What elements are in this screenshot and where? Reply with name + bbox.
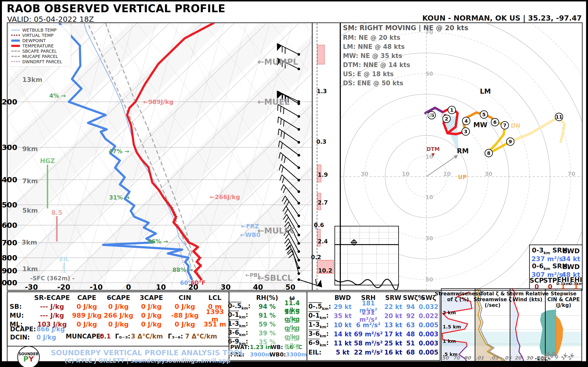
location-map-inset [335,226,398,290]
wetbulb-line-icon [11,30,20,30]
lm-marker-label: LM [480,87,491,95]
panel2-xtick-1: .03 [490,355,498,361]
pressure-label-1: 300 [2,143,17,152]
thermo-table-cell: 103 J/kg [33,321,71,328]
mulfc-label: ←MULFC [257,226,296,235]
panel3-title: Storm RelativeWind (kts) [506,291,549,302]
pressure-label-6: 800 [2,253,17,262]
rm-motion: RM: NE @ 20 kts [343,34,400,41]
kinematics-table-cell: SRW [384,294,403,301]
hodograph-ring-label-7: 30 [361,171,368,177]
height-label-4: 3km [22,239,37,246]
pressure-label-3: 500 [2,200,17,209]
thermo-table-cell: CIN [168,294,201,301]
histogram-value-7: 10.2 [318,267,332,274]
moisture-table-cell: 94 % [256,303,279,310]
thermo-table-cell: SR-ECAPE [33,294,71,301]
rh-annotation-31: 31% → [109,194,130,201]
mucape-line-icon [11,56,20,57]
bwd6-header: BWD [562,263,579,270]
thermo-table-cell: -88 J/kg [168,312,201,319]
height-label-5: 1km [22,265,38,273]
moisture-table-cell: 35 % [256,339,279,346]
panel2-xtick-2: .05 [503,355,511,361]
kinematics-table-cell: 22 m²/s² [353,349,384,356]
dewpoint-line-icon [11,40,20,42]
svg-text:5: 5 [482,112,486,117]
temp-tick-label-8: 50 [285,283,295,291]
sblcl-label: ←SBLCL [257,273,293,283]
pressure-label-8: 1000 [0,278,17,287]
height-label-0: 13km [22,76,43,83]
histogram-value-0: 1.3 [317,88,327,95]
panel4-title: StepwiseCIN & CAPE(J/kg) [547,291,579,308]
rm-marker-label: RM [457,147,468,155]
svg-text:11: 11 [556,114,562,120]
thermo-table-cell: SB: [9,303,33,310]
muel-label: ←MUEL [257,97,290,107]
thermo-table-cell: --- J/kg [33,312,71,319]
srh3-value: 237 m²/s² [531,255,566,263]
dtm-marker-label: DTM [426,146,440,152]
us-motion: US: E @ 18 kts [343,70,394,78]
thermo-table-cell: 0 J/kg [134,303,168,310]
panel1-km-label-2: 1 km [443,338,456,344]
footer-line2: (C) KYLE J GILLETT | sounderpysoundings.… [64,358,230,364]
muncape-label: MUNCAPE: [66,333,103,340]
thermo-table-cell: --- J/kg [33,303,71,310]
histogram-value-1: 0.3 [316,138,327,145]
hodograph-ring-label-10: 30 [485,171,492,177]
kinematics-table-cell: 35 kt [332,312,353,320]
dcin-value: 0 J/kg [36,334,56,341]
kinematics-table-cell: 16 kt [384,349,403,356]
kinematics-table-cell: 48 [403,331,418,338]
panel1-km-label-1: 1.5 km [443,324,461,330]
bwd3-header: BWD [562,247,579,255]
temp-tick-label-3: 0 [126,283,131,291]
kinematics-table-cell: 0.022 [418,312,439,320]
frz-label: ←FRZ [241,223,259,230]
scp-header: SCP [529,277,544,284]
kinematics-table-cell: 51 [403,340,418,347]
hodograph-ring-label-11: 70 [568,171,575,177]
kinematics-table-cell: 25 kt [384,340,403,347]
moisture-table-cell: 39 % [256,330,279,337]
panel2-title: Total ζ &Streamwise ζ(/sec) [474,291,512,308]
lm-motion: LM: NNE @ 48 kts [343,43,405,50]
bwd3-value: 34 kt [562,255,580,263]
legend-label: VIRTUAL TEMP [22,33,53,38]
temp-tick-label-1: -20 [57,283,70,291]
legend-label: DWNDRFT PARCEL [22,59,62,64]
histogram-value-5: 2.4 [318,238,328,245]
mumpl-label: ←MUMPL [257,57,298,67]
kinematics-table-cell: 0.003 [418,331,439,338]
pressure-label-4: 600 [2,221,17,229]
kinematics-table-cell: 6-9km: [308,339,332,347]
wb0-stat-label: WB0: [269,351,286,358]
thermo-table: SR-ECAPECAPE6CAPE3CAPECINLCLSB:--- J/kg0… [9,293,219,329]
kinematics-table-cell: 13 kt [384,321,403,329]
thermo-table-cell: MU: [9,312,33,319]
legend-label: TEMPERATURE [22,43,54,48]
hodograph-ring-label-6: 50 [425,276,433,283]
wb0-label: ←WB0 [240,231,260,238]
kinematics-table-cell: BWD [332,294,353,301]
legend-label: SBCAPE PARCEL [22,49,57,54]
thermo-table-cell: 0 J/kg [168,321,201,328]
rh-annotation-47: 47% → [109,148,129,155]
pressure-label-7: 900 [2,266,17,275]
hodograph-ring-label-2: 30 [425,112,433,118]
pressure-label-5: 700 [2,238,17,247]
svg-text:6: 6 [493,119,497,125]
kinematics-table-cell: 68 [403,349,418,356]
ehi1-value: 1 [561,283,565,290]
thermo-table-cell: 0 J/kg [71,321,103,328]
pressure-label-0: 200 [2,98,17,106]
thermo-table-cell: 0 J/kg [103,303,134,310]
hodograph-ring-label-8: 10 [402,171,410,177]
kinematics-table-cell: 10 kt [332,321,353,329]
station-info: KOUN - NORMAN, OK US | 35.23, -97.47 [422,14,582,22]
histogram-value-4: 0.6 [314,222,324,229]
ehi3-value: 1 [574,283,578,290]
dwndrft-line-icon [11,61,20,62]
